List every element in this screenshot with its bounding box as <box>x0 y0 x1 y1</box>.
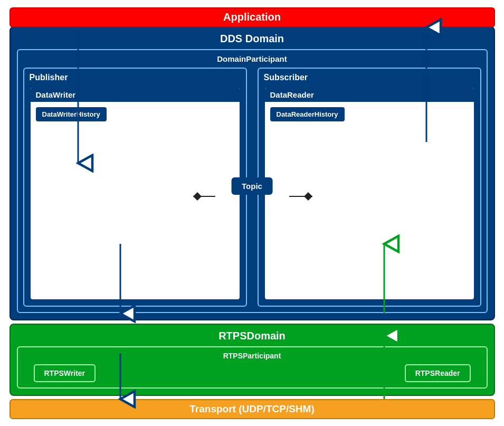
rtps-domain-title: RTPSDomain <box>17 330 488 342</box>
publisher-title: Publisher <box>30 73 241 82</box>
rtps-participant: RTPSParticipant RTPSWriter RTPSReader <box>17 346 488 389</box>
subscriber-title: Subscriber <box>264 73 475 82</box>
transport-title: Transport (UDP/TCP/SHM) <box>189 403 314 415</box>
datawriter-history-box: DataWriterHistory <box>36 107 107 121</box>
datareader-box: DataReader DataReaderHistory <box>264 87 475 300</box>
rtps-writer-box: RTPSWriter <box>34 364 96 382</box>
datareader-history-box: DataReaderHistory <box>270 107 345 121</box>
datawriter-body: DataWriterHistory <box>31 102 240 299</box>
rtps-participant-title: RTPSParticipant <box>23 352 481 360</box>
application-bar: Application <box>9 7 495 27</box>
dds-domain: DDS Domain DomainParticipant Publisher D… <box>9 26 495 320</box>
domain-participant: DomainParticipant Publisher DataWriter D… <box>17 49 488 313</box>
domain-participant-title: DomainParticipant <box>23 54 481 63</box>
rtps-domain: RTPSDomain RTPSParticipant RTPSWriter RT… <box>9 324 495 396</box>
diagram-wrapper: Application DDS Domain DomainParticipant… <box>9 7 495 419</box>
transport-bar: Transport (UDP/TCP/SHM) <box>9 399 495 419</box>
datawriter-header: DataWriter <box>31 88 240 102</box>
datareader-body: DataReaderHistory <box>265 102 474 299</box>
pub-sub-row: Publisher DataWriter DataWriterHistory T… <box>23 68 481 307</box>
subscriber-box: Subscriber DataReader DataReaderHistory <box>258 68 481 307</box>
rtps-reader-box: RTPSReader <box>405 364 471 382</box>
topic-container: Topic <box>231 177 273 195</box>
topic-box: Topic <box>231 177 273 195</box>
application-title: Application <box>223 11 281 23</box>
datareader-header: DataReader <box>265 88 474 102</box>
dds-domain-title: DDS Domain <box>17 33 488 45</box>
publisher-box: Publisher DataWriter DataWriterHistory <box>23 68 247 307</box>
datawriter-box: DataWriter DataWriterHistory <box>30 87 241 300</box>
rtps-writers-row: RTPSWriter RTPSReader <box>23 364 481 382</box>
